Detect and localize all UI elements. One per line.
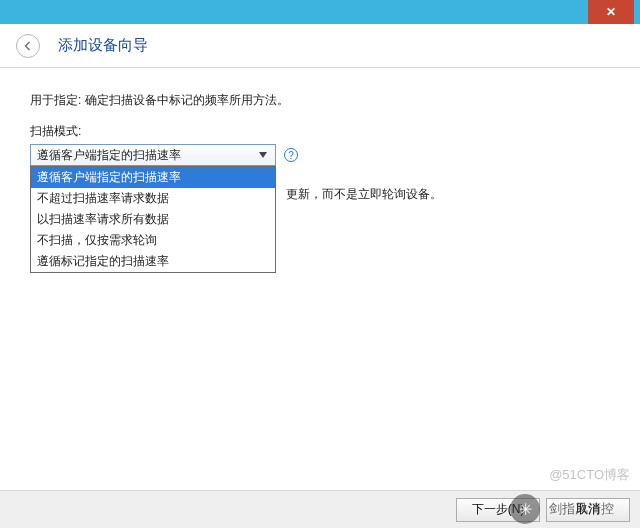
scan-mode-row: 遵循客户端指定的扫描速率 ? 遵循客户端指定的扫描速率 不超过扫描速率请求数据 … (30, 144, 610, 166)
dropdown-option[interactable]: 以扫描速率请求所有数据 (31, 209, 275, 230)
close-button[interactable]: ✕ (588, 0, 634, 24)
description-text: 用于指定: 确定扫描设备中标记的频率所用方法。 (30, 92, 610, 109)
help-icon[interactable]: ? (284, 148, 298, 162)
watermark-top: @51CTO博客 (549, 466, 630, 484)
dropdown-option[interactable]: 不扫描，仅按需求轮询 (31, 230, 275, 251)
back-arrow-icon (22, 40, 34, 52)
wizard-header: 添加设备向导 (0, 24, 640, 68)
close-icon: ✕ (606, 5, 616, 19)
scan-mode-label: 扫描模式: (30, 123, 610, 140)
next-button[interactable]: 下一步(N) (456, 498, 540, 522)
title-bar: ✕ (0, 0, 640, 24)
wizard-footer: 下一步(N) 取消 (0, 490, 640, 528)
chevron-down-icon (255, 152, 271, 158)
wizard-content: 用于指定: 确定扫描设备中标记的频率所用方法。 扫描模式: 遵循客户端指定的扫描… (0, 68, 640, 190)
back-button[interactable] (16, 34, 40, 58)
dropdown-option[interactable]: 不超过扫描速率请求数据 (31, 188, 275, 209)
scan-mode-combobox[interactable]: 遵循客户端指定的扫描速率 (30, 144, 276, 166)
cancel-button[interactable]: 取消 (546, 498, 630, 522)
dropdown-option[interactable]: 遵循标记指定的扫描速率 (31, 251, 275, 272)
combo-selected-text: 遵循客户端指定的扫描速率 (37, 147, 181, 164)
wizard-title: 添加设备向导 (58, 36, 148, 55)
dropdown-option[interactable]: 遵循客户端指定的扫描速率 (31, 167, 275, 188)
scan-mode-dropdown: 遵循客户端指定的扫描速率 不超过扫描速率请求数据 以扫描速率请求所有数据 不扫描… (30, 166, 276, 273)
partial-hint-text: 更新，而不是立即轮询设备。 (286, 186, 442, 203)
